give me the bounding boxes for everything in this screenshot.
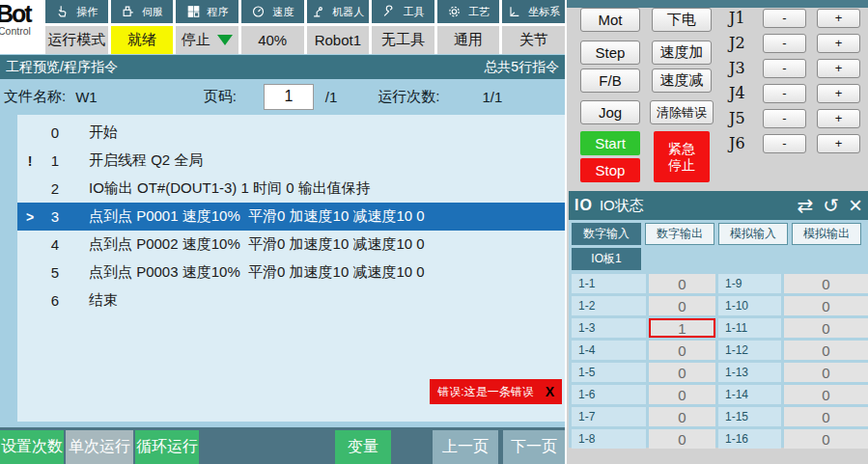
step-button[interactable]: Step [580,41,640,65]
program-line[interactable]: 5 点到点 P0003 速度10% 平滑0 加速度10 减速度10 0 [17,259,565,287]
tab-digital-output[interactable]: 数字输出 [645,223,714,245]
menu-speed-label: 速度 [272,5,294,19]
joint-label: J3 [729,59,754,77]
variables-button[interactable]: 变量 [335,430,391,464]
joint-minus-button[interactable]: - [763,9,806,28]
run-mode-value[interactable]: 运行模式 [45,26,108,54]
error-close-icon[interactable]: X [546,384,554,399]
prev-page-button[interactable]: 上一页 [433,430,498,464]
set-times-button[interactable]: 设置次数 [0,430,64,464]
joint-row: J3 - + [729,58,860,78]
joint-minus-button[interactable]: - [763,109,806,128]
joint-row: J2 - + [729,33,860,53]
loop-run-button[interactable]: 循环运行 [135,430,199,464]
menu-robot[interactable]: 机器人 [307,0,370,23]
line-number: 3 [42,208,68,225]
io-channel-value: 0 [649,385,715,404]
robot-icon [311,5,325,18]
coord-value[interactable]: 关节 [502,26,565,54]
io-table-row: 1-2 0 1-10 0 [572,296,868,315]
single-run-button[interactable]: 单次运行 [66,430,133,464]
undo-icon[interactable]: ↺ [823,196,839,215]
tab-digital-input[interactable]: 数字输入 [572,223,641,245]
tab-io-board-1[interactable]: IO板1 [572,248,641,270]
emergency-stop-label: 紧急 停止 [668,141,695,174]
io-icon: IO [574,197,593,214]
servo-status-value[interactable]: 就绪 [111,26,174,54]
tab-analog-output[interactable]: 模拟输出 [792,223,861,245]
next-page-button[interactable]: 下一页 [503,430,565,464]
menu-speed[interactable]: 速度 [241,0,304,23]
line-number: 1 [42,152,68,169]
joint-row: J5 - + [729,108,860,128]
menu-tool[interactable]: 工具 [372,0,434,23]
line-text: 开始 [89,123,118,142]
program-line[interactable]: ! 1 开启线程 Q2 全局 [17,147,565,175]
io-channel-value: 0 [784,407,868,426]
speed-up-button[interactable]: 速度加 [652,41,712,65]
line-text: 结束 [89,291,118,310]
io-channel-label: 1-7 [572,407,646,426]
joint-plus-button[interactable]: + [817,34,860,53]
joint-plus-button[interactable]: + [817,134,860,153]
power-off-button[interactable]: 下电 [652,8,712,32]
menu-operate[interactable]: 操作 [45,0,108,23]
tool-value[interactable]: 无工具 [372,26,434,54]
program-line[interactable]: 4 点到点 P0002 速度10% 平滑0 加速度10 减速度10 0 [17,231,565,259]
emergency-stop-button[interactable]: 紧急 停止 [654,131,710,182]
process-value[interactable]: 通用 [437,26,500,54]
joint-plus-button[interactable]: + [817,109,860,128]
io-channel-value: 0 [784,385,868,404]
tab-analog-input[interactable]: 模拟输入 [718,223,788,245]
robot-value[interactable]: Robot1 [307,26,370,54]
clear-error-button[interactable]: 清除错误 [650,100,714,124]
menu-process[interactable]: 工艺 [437,0,500,23]
menu-program[interactable]: 程序 [176,0,238,23]
io-value-table: 1-1 0 1-9 0 1-2 0 1-10 0 1-3 1 [569,274,868,449]
program-line[interactable]: 2 IO输出 OT#(DOUT1-3) 1 时间 0 输出值保持 [17,175,565,203]
fb-button[interactable]: F/B [580,68,640,93]
io-channel-label: 1-9 [718,274,781,293]
joint-minus-button[interactable]: - [763,84,806,103]
io-status-panel: IO IO状态 ⇄ ↺ × 数字输入 数字输出 模拟输入 模拟输出 IO板1 [569,191,868,448]
joint-label: J6 [729,134,754,152]
io-channel-label: 1-3 [572,318,646,338]
total-lines-info: 总共5行指令 [484,59,559,76]
joint-plus-button[interactable]: + [817,59,860,78]
line-text: 点到点 P0001 速度10% 平滑0 加速度10 减速度10 0 [89,207,425,226]
io-channel-label: 1-4 [572,341,646,360]
error-text: 错误:这是一条错误 [437,384,533,400]
speed-value[interactable]: 40% [241,26,304,54]
io-channel-label: 1-13 [718,363,781,382]
program-state-value[interactable]: 停止 [176,26,238,54]
program-line[interactable]: 6 结束 [17,287,565,314]
joint-minus-button[interactable]: - [763,134,806,153]
joint-row: J6 - + [729,133,860,153]
joint-plus-button[interactable]: + [817,9,860,28]
mot-button[interactable]: Mot [580,8,640,32]
page-title: 工程预览/程序指令 [6,59,118,76]
menu-coord[interactable]: 坐标系 [502,0,565,23]
line-number: 2 [42,180,68,197]
joint-minus-button[interactable]: - [763,59,806,78]
io-channel-value: 0 [649,341,715,360]
close-icon[interactable]: × [849,196,862,215]
joint-minus-button[interactable]: - [763,34,806,53]
io-channel-value: 0 [649,363,715,382]
speed-icon [251,5,266,18]
swap-arrows-icon[interactable]: ⇄ [797,196,813,215]
file-name-value: W1 [75,89,98,105]
start-button[interactable]: Start [580,131,640,155]
menu-col-program: 程序 停止 [176,0,238,54]
menu-coord-label: 坐标系 [528,5,560,19]
jog-button[interactable]: Jog [580,100,640,124]
io-tabs: 数字输入 数字输出 模拟输入 模拟输出 [569,220,868,245]
program-line[interactable]: > 3 点到点 P0001 速度10% 平滑0 加速度10 减速度10 0 [17,203,565,231]
program-line[interactable]: 0 开始 [17,119,565,147]
stop-button[interactable]: Stop [580,158,640,182]
page-number-input[interactable] [264,84,314,110]
joint-label: J2 [729,34,754,52]
menu-servo[interactable]: 伺服 [111,0,174,23]
joint-plus-button[interactable]: + [817,84,860,103]
speed-down-button[interactable]: 速度减 [652,68,712,93]
